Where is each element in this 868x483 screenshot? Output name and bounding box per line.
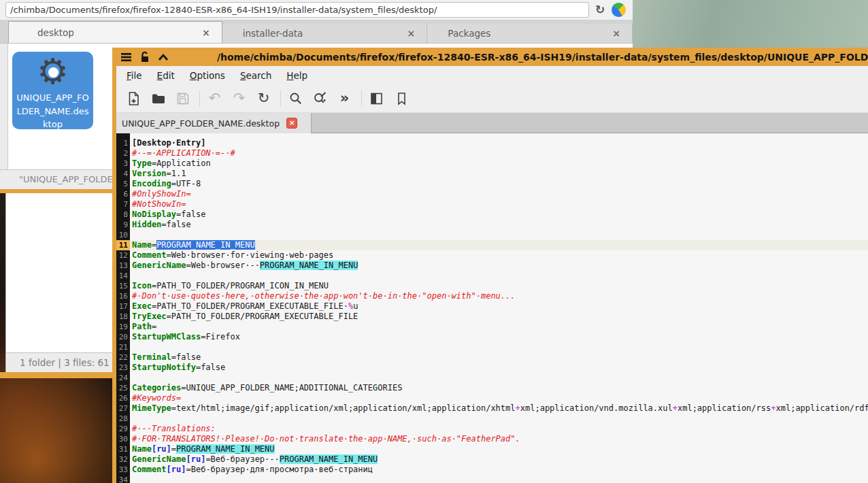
places-icon[interactable] <box>612 3 626 17</box>
fm-back-status-bar: 1 folder | 3 files: 61 <box>5 352 116 372</box>
code-line <box>130 475 868 483</box>
code-line-row: 26#Keywords= <box>116 393 868 403</box>
code-line: Icon=PATH_TO_FOLDER/PROGRAM_ICON_IN_MENU <box>130 281 868 291</box>
line-number: 18 <box>116 312 130 322</box>
path-input[interactable] <box>5 2 589 18</box>
editor-window: /home/chimba/Documents/firefox/firefox-1… <box>112 48 868 483</box>
code-line: GenericName[ru]=Веб-браузер·-·PROGRAM_NA… <box>130 454 868 465</box>
line-number: 17 <box>116 301 130 312</box>
search-icon[interactable] <box>286 89 305 107</box>
unlock-icon[interactable] <box>136 49 153 65</box>
code-line <box>130 271 868 281</box>
line-number: 20 <box>116 332 130 342</box>
code-line: [Desktop·Entry] <box>130 138 868 148</box>
code-line: Comment=Web·browser·for·viewing·web·page… <box>130 250 868 261</box>
path-bar: ↻ <box>0 0 633 20</box>
gear-icon: ⚙ <box>37 52 69 91</box>
line-number: 32 <box>116 454 130 465</box>
line-number: 27 <box>116 403 130 414</box>
code-line-row: 17Exec=PATH_TO_FOLDER/PROGRAM_EXECUTABLE… <box>116 301 868 312</box>
code-line: Terminal=false <box>130 352 868 363</box>
toolbar: ↶↷↻» <box>116 84 868 113</box>
up-arrow-icon[interactable] <box>155 49 172 65</box>
code-line-row: 27MimeType=text/html;image/gif;applicati… <box>116 403 868 414</box>
editor-tab[interactable]: UNIQUE_APP_FOLDER_NAME.desktop × <box>116 113 312 133</box>
code-line-row: 6#OnlyShowIn= <box>116 189 868 199</box>
window-border <box>0 372 116 378</box>
code-line-row: 32GenericName[ru]=Веб-браузер·-·PROGRAM_… <box>116 454 868 465</box>
fm-tab-label: Packages <box>448 28 490 39</box>
code-line: Name[ru]=PROGRAM_NAME_IN_MENU <box>130 444 868 454</box>
code-line: Version=1.1 <box>130 169 868 179</box>
fm-tab-packages[interactable]: Packages× <box>427 24 633 43</box>
menu-edit[interactable]: Edit <box>150 70 182 81</box>
code-line <box>130 230 868 240</box>
fm-tab-desktop[interactable]: desktop× <box>8 21 222 43</box>
code-line-row: 1[Desktop·Entry] <box>116 138 868 148</box>
code-line-row: 33Comment[ru]=Веб-браузер·для·просмотра·… <box>116 465 868 475</box>
line-number: 29 <box>116 424 130 434</box>
line-number: 33 <box>116 465 130 475</box>
code-line-row: 7#NotShowIn= <box>116 199 868 210</box>
text-edit-area[interactable]: 1[Desktop·Entry]2#·-=·APPLICATION·=-·#3T… <box>116 133 868 483</box>
fm-tab-installer-data[interactable]: installer-data× <box>222 24 428 43</box>
toolbar-separator <box>361 90 362 107</box>
line-number: 13 <box>116 261 130 271</box>
code-line <box>130 414 868 424</box>
line-number: 4 <box>116 169 130 179</box>
more-tools-icon[interactable]: » <box>335 89 354 107</box>
code-line-row: 23StartupNotify=false <box>116 363 868 373</box>
code-line-row: 3Type=Application <box>116 159 868 169</box>
line-number: 16 <box>116 291 130 301</box>
tab-close-icon[interactable]: × <box>610 28 622 39</box>
tab-close-icon[interactable]: × <box>200 27 212 38</box>
line-number: 26 <box>116 393 130 403</box>
line-number: 14 <box>116 271 130 281</box>
side-pane-edge <box>0 44 8 169</box>
redo-icon: ↷ <box>230 89 248 107</box>
line-number: 7 <box>116 199 130 210</box>
code-line: Path= <box>130 322 868 332</box>
open-file-icon[interactable] <box>149 89 167 107</box>
line-number: 15 <box>116 281 130 291</box>
line-number: 3 <box>116 159 130 169</box>
line-number: 30 <box>116 434 130 444</box>
code-line <box>130 342 868 352</box>
tab-close-icon[interactable]: × <box>405 28 418 39</box>
refresh-icon[interactable]: ↻ <box>592 1 608 18</box>
toolbar-separator <box>280 90 281 107</box>
code-line: #NotShowIn= <box>130 199 868 210</box>
search-replace-icon[interactable] <box>311 89 329 107</box>
code-line-row: 9Hidden=false <box>116 220 868 230</box>
code-line: Name=PROGRAM_NAME_IN_MENU <box>130 240 868 250</box>
bookmark-icon[interactable] <box>392 89 410 107</box>
line-number: 9 <box>116 220 130 230</box>
code-line-row: 31Name[ru]=PROGRAM_NAME_IN_MENU <box>116 444 868 454</box>
menu-options[interactable]: Options <box>182 70 233 81</box>
file-icon-unique-app-desktop[interactable]: ⚙ UNIQUE_APP_FOLDER_NAME.desktop <box>12 52 93 129</box>
line-number: 1 <box>116 138 130 148</box>
tab-close-icon[interactable]: × <box>286 118 297 129</box>
fm-tab-label: installer-data <box>243 28 303 39</box>
code-line-row: 25Categories=UNIQUE_APP_FOLDER_NAME;ADDI… <box>116 383 868 393</box>
hamburger-menu-icon[interactable] <box>118 49 135 65</box>
line-number: 11 <box>116 240 130 250</box>
menu-search[interactable]: Search <box>233 70 279 81</box>
new-file-icon[interactable] <box>124 89 143 107</box>
code-line: MimeType=text/html;image/gif;application… <box>130 403 868 414</box>
code-line: #OnlyShowIn= <box>130 189 868 199</box>
code-line-row: 16#·Don't·use·quotes·here,·otherwise·the… <box>116 291 868 301</box>
side-pane-icon[interactable] <box>367 89 386 107</box>
menu-file[interactable]: File <box>119 70 150 81</box>
line-number: 10 <box>116 230 130 240</box>
editor-title-bar: /home/chimba/Documents/firefox/firefox-1… <box>116 48 868 66</box>
code-line: StartupNotify=false <box>130 363 868 373</box>
code-line-row: 10 <box>116 230 868 240</box>
menu-help[interactable]: Help <box>279 70 315 81</box>
code-line: Type=Application <box>130 159 868 169</box>
code-line: NoDisplay=false <box>130 210 868 220</box>
line-number: 24 <box>116 373 130 383</box>
code-line-row: 8NoDisplay=false <box>116 210 868 220</box>
editor-tab-label: UNIQUE_APP_FOLDER_NAME.desktop <box>122 118 280 129</box>
reload-icon[interactable]: ↻ <box>254 89 273 107</box>
